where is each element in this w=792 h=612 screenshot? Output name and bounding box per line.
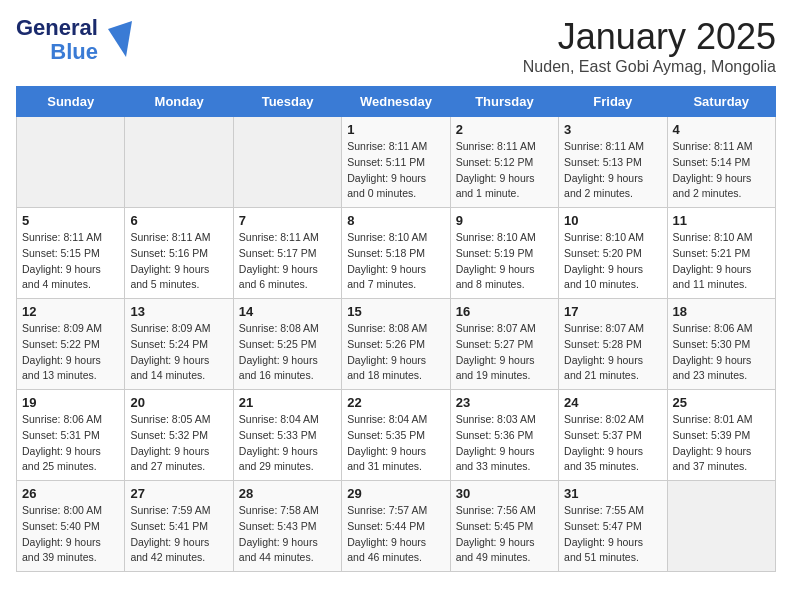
calendar-cell: 31Sunrise: 7:55 AM Sunset: 5:47 PM Dayli…: [559, 481, 667, 572]
day-info: Sunrise: 7:58 AM Sunset: 5:43 PM Dayligh…: [239, 503, 336, 566]
day-info: Sunrise: 8:11 AM Sunset: 5:11 PM Dayligh…: [347, 139, 444, 202]
calendar-cell: 18Sunrise: 8:06 AM Sunset: 5:30 PM Dayli…: [667, 299, 775, 390]
day-info: Sunrise: 8:05 AM Sunset: 5:32 PM Dayligh…: [130, 412, 227, 475]
calendar-cell: [233, 117, 341, 208]
day-number: 18: [673, 304, 770, 319]
calendar-cell: 13Sunrise: 8:09 AM Sunset: 5:24 PM Dayli…: [125, 299, 233, 390]
day-number: 9: [456, 213, 553, 228]
day-info: Sunrise: 8:11 AM Sunset: 5:13 PM Dayligh…: [564, 139, 661, 202]
day-number: 24: [564, 395, 661, 410]
day-info: Sunrise: 7:59 AM Sunset: 5:41 PM Dayligh…: [130, 503, 227, 566]
day-info: Sunrise: 8:03 AM Sunset: 5:36 PM Dayligh…: [456, 412, 553, 475]
calendar-week-2: 5Sunrise: 8:11 AM Sunset: 5:15 PM Daylig…: [17, 208, 776, 299]
day-number: 19: [22, 395, 119, 410]
calendar-subtitle: Nuden, East Gobi Aymag, Mongolia: [523, 58, 776, 76]
day-number: 26: [22, 486, 119, 501]
weekday-header-row: SundayMondayTuesdayWednesdayThursdayFrid…: [17, 87, 776, 117]
calendar-cell: 7Sunrise: 8:11 AM Sunset: 5:17 PM Daylig…: [233, 208, 341, 299]
day-number: 29: [347, 486, 444, 501]
calendar-cell: 3Sunrise: 8:11 AM Sunset: 5:13 PM Daylig…: [559, 117, 667, 208]
day-number: 15: [347, 304, 444, 319]
calendar-cell: 12Sunrise: 8:09 AM Sunset: 5:22 PM Dayli…: [17, 299, 125, 390]
calendar-cell: 10Sunrise: 8:10 AM Sunset: 5:20 PM Dayli…: [559, 208, 667, 299]
calendar-cell: 11Sunrise: 8:10 AM Sunset: 5:21 PM Dayli…: [667, 208, 775, 299]
day-info: Sunrise: 8:07 AM Sunset: 5:28 PM Dayligh…: [564, 321, 661, 384]
day-info: Sunrise: 8:10 AM Sunset: 5:18 PM Dayligh…: [347, 230, 444, 293]
day-info: Sunrise: 8:06 AM Sunset: 5:30 PM Dayligh…: [673, 321, 770, 384]
calendar-cell: [17, 117, 125, 208]
weekday-header-thursday: Thursday: [450, 87, 558, 117]
day-number: 10: [564, 213, 661, 228]
calendar-cell: 2Sunrise: 8:11 AM Sunset: 5:12 PM Daylig…: [450, 117, 558, 208]
calendar-title: January 2025: [523, 16, 776, 58]
day-number: 5: [22, 213, 119, 228]
calendar-cell: 1Sunrise: 8:11 AM Sunset: 5:11 PM Daylig…: [342, 117, 450, 208]
day-number: 17: [564, 304, 661, 319]
calendar-cell: 25Sunrise: 8:01 AM Sunset: 5:39 PM Dayli…: [667, 390, 775, 481]
calendar-cell: 22Sunrise: 8:04 AM Sunset: 5:35 PM Dayli…: [342, 390, 450, 481]
calendar-cell: 20Sunrise: 8:05 AM Sunset: 5:32 PM Dayli…: [125, 390, 233, 481]
day-number: 7: [239, 213, 336, 228]
day-info: Sunrise: 8:02 AM Sunset: 5:37 PM Dayligh…: [564, 412, 661, 475]
header: General Blue January 2025 Nuden, East Go…: [16, 16, 776, 76]
calendar-week-1: 1Sunrise: 8:11 AM Sunset: 5:11 PM Daylig…: [17, 117, 776, 208]
calendar-cell: 4Sunrise: 8:11 AM Sunset: 5:14 PM Daylig…: [667, 117, 775, 208]
calendar-table: SundayMondayTuesdayWednesdayThursdayFrid…: [16, 86, 776, 572]
calendar-cell: 17Sunrise: 8:07 AM Sunset: 5:28 PM Dayli…: [559, 299, 667, 390]
calendar-cell: 19Sunrise: 8:06 AM Sunset: 5:31 PM Dayli…: [17, 390, 125, 481]
day-info: Sunrise: 8:07 AM Sunset: 5:27 PM Dayligh…: [456, 321, 553, 384]
day-number: 13: [130, 304, 227, 319]
day-info: Sunrise: 8:11 AM Sunset: 5:15 PM Dayligh…: [22, 230, 119, 293]
day-number: 11: [673, 213, 770, 228]
calendar-cell: 26Sunrise: 8:00 AM Sunset: 5:40 PM Dayli…: [17, 481, 125, 572]
day-number: 12: [22, 304, 119, 319]
calendar-cell: 29Sunrise: 7:57 AM Sunset: 5:44 PM Dayli…: [342, 481, 450, 572]
calendar-cell: 23Sunrise: 8:03 AM Sunset: 5:36 PM Dayli…: [450, 390, 558, 481]
weekday-header-tuesday: Tuesday: [233, 87, 341, 117]
day-number: 25: [673, 395, 770, 410]
day-info: Sunrise: 7:57 AM Sunset: 5:44 PM Dayligh…: [347, 503, 444, 566]
calendar-cell: [667, 481, 775, 572]
day-number: 8: [347, 213, 444, 228]
weekday-header-saturday: Saturday: [667, 87, 775, 117]
day-number: 16: [456, 304, 553, 319]
day-number: 21: [239, 395, 336, 410]
day-info: Sunrise: 8:09 AM Sunset: 5:24 PM Dayligh…: [130, 321, 227, 384]
day-info: Sunrise: 8:10 AM Sunset: 5:19 PM Dayligh…: [456, 230, 553, 293]
day-number: 2: [456, 122, 553, 137]
calendar-cell: 5Sunrise: 8:11 AM Sunset: 5:15 PM Daylig…: [17, 208, 125, 299]
weekday-header-monday: Monday: [125, 87, 233, 117]
day-info: Sunrise: 8:01 AM Sunset: 5:39 PM Dayligh…: [673, 412, 770, 475]
day-number: 23: [456, 395, 553, 410]
day-info: Sunrise: 8:11 AM Sunset: 5:12 PM Dayligh…: [456, 139, 553, 202]
calendar-week-3: 12Sunrise: 8:09 AM Sunset: 5:22 PM Dayli…: [17, 299, 776, 390]
day-number: 27: [130, 486, 227, 501]
day-number: 20: [130, 395, 227, 410]
calendar-cell: 15Sunrise: 8:08 AM Sunset: 5:26 PM Dayli…: [342, 299, 450, 390]
day-info: Sunrise: 8:10 AM Sunset: 5:20 PM Dayligh…: [564, 230, 661, 293]
day-info: Sunrise: 8:08 AM Sunset: 5:25 PM Dayligh…: [239, 321, 336, 384]
logo-blue: Blue: [50, 40, 98, 64]
calendar-cell: 27Sunrise: 7:59 AM Sunset: 5:41 PM Dayli…: [125, 481, 233, 572]
day-info: Sunrise: 8:10 AM Sunset: 5:21 PM Dayligh…: [673, 230, 770, 293]
calendar-cell: [125, 117, 233, 208]
weekday-header-sunday: Sunday: [17, 87, 125, 117]
logo-general: General: [16, 16, 98, 40]
day-number: 30: [456, 486, 553, 501]
day-info: Sunrise: 8:08 AM Sunset: 5:26 PM Dayligh…: [347, 321, 444, 384]
day-info: Sunrise: 8:11 AM Sunset: 5:17 PM Dayligh…: [239, 230, 336, 293]
day-info: Sunrise: 8:04 AM Sunset: 5:33 PM Dayligh…: [239, 412, 336, 475]
day-info: Sunrise: 8:11 AM Sunset: 5:14 PM Dayligh…: [673, 139, 770, 202]
logo: General Blue: [16, 16, 134, 64]
weekday-header-wednesday: Wednesday: [342, 87, 450, 117]
calendar-cell: 8Sunrise: 8:10 AM Sunset: 5:18 PM Daylig…: [342, 208, 450, 299]
calendar-week-4: 19Sunrise: 8:06 AM Sunset: 5:31 PM Dayli…: [17, 390, 776, 481]
day-info: Sunrise: 7:55 AM Sunset: 5:47 PM Dayligh…: [564, 503, 661, 566]
calendar-cell: 21Sunrise: 8:04 AM Sunset: 5:33 PM Dayli…: [233, 390, 341, 481]
day-number: 28: [239, 486, 336, 501]
day-number: 4: [673, 122, 770, 137]
calendar-week-5: 26Sunrise: 8:00 AM Sunset: 5:40 PM Dayli…: [17, 481, 776, 572]
calendar-cell: 9Sunrise: 8:10 AM Sunset: 5:19 PM Daylig…: [450, 208, 558, 299]
calendar-cell: 28Sunrise: 7:58 AM Sunset: 5:43 PM Dayli…: [233, 481, 341, 572]
calendar-cell: 16Sunrise: 8:07 AM Sunset: 5:27 PM Dayli…: [450, 299, 558, 390]
